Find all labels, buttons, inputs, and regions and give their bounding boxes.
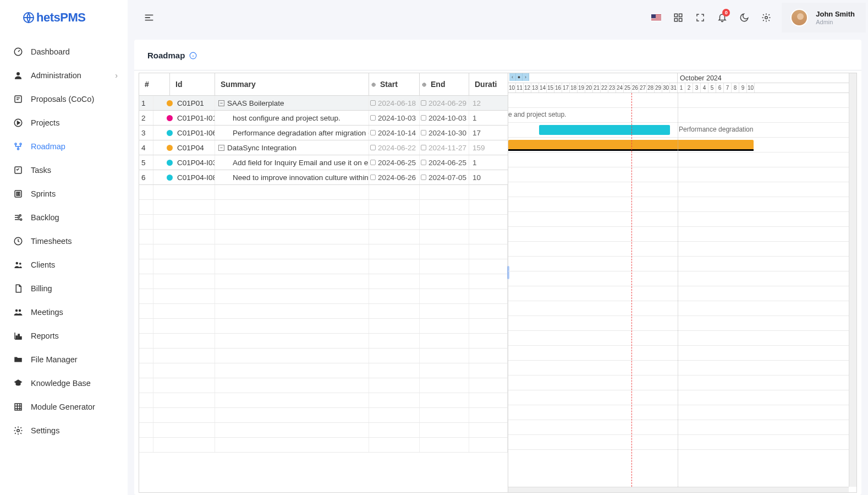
sidebar-item-label: Projects [31,118,59,127]
sidebar-item-tasks[interactable]: Tasks [0,158,128,182]
empty-row [139,230,508,244]
column-header-id[interactable]: Id [170,73,215,95]
status-dot [167,115,173,121]
table-row[interactable]: 3C01P01-I06Performance degradation after… [139,126,508,140]
checkbox-icon[interactable] [421,130,426,135]
checkbox-icon[interactable] [421,115,426,121]
sidebar-item-label: Reports [31,331,59,340]
empty-row [139,304,508,319]
gantt-next-button[interactable]: › [523,73,529,81]
language-button[interactable] [645,7,667,29]
today-line [631,93,632,487]
svg-rect-21 [18,334,19,339]
table-row[interactable]: 5C01P04-I03Add field for Inquiry Email a… [139,155,508,170]
column-header-start[interactable]: ⊕Start [369,73,420,95]
gantt-row [508,435,856,450]
empty-row [139,200,508,215]
topbar: 0 John Smith Admin [128,0,868,35]
clock-icon [13,236,23,246]
row-id: C01P01-I06 [153,126,215,140]
arrow-icon: ⊕ [422,81,427,87]
collapse-icon[interactable]: − [218,145,224,151]
info-icon[interactable] [189,52,197,59]
logo[interactable]: hetsPMS [0,0,128,35]
table-row[interactable]: 6C01P04-I08Need to improve innovation cu… [139,170,508,185]
gantt-bar[interactable] [539,125,670,135]
checkbox-icon[interactable] [421,145,426,150]
sidebar-item-module-generator[interactable]: Module Generator [0,395,128,418]
column-header-duration[interactable]: Durati [469,73,508,95]
day-cell: 30 [662,83,670,93]
checkbox-icon[interactable] [370,115,376,121]
column-header-summary[interactable]: Summary [215,73,369,95]
column-header-end[interactable]: ⊕End [420,73,469,95]
sidebar-item-timesheets[interactable]: Timesheets [0,229,128,253]
theme-button[interactable] [733,7,755,29]
svg-rect-8 [15,167,21,173]
sidebar-item-settings[interactable]: Settings [0,418,128,442]
checkbox-icon[interactable] [370,100,376,106]
sidebar-item-dashboard[interactable]: Dashboard [0,40,128,63]
checkbox-icon[interactable] [370,175,376,180]
sidebar-item-projects[interactable]: Projects [0,111,128,134]
checkbox-icon[interactable] [421,160,426,165]
sidebar-item-administration[interactable]: Administration› [0,63,128,87]
gantt-row [508,182,856,197]
apps-button[interactable] [667,7,689,29]
column-header-number[interactable]: # [139,73,170,95]
svg-point-12 [19,214,21,216]
sidebar-item-label: Dashboard [31,47,70,56]
row-id: C01P01-I01 [153,111,215,125]
user-menu[interactable]: John Smith Admin [782,3,866,32]
day-cell: 28 [647,83,655,93]
gantt-prev-button[interactable]: ‹ [509,73,516,81]
sidebar-item-label: Backlog [31,213,59,222]
sidebar-item-label: Administration [31,71,81,80]
sidebar-item-billing[interactable]: Billing [0,276,128,300]
checkbox-icon[interactable] [370,130,376,135]
gantt-row [508,331,856,346]
table-row[interactable]: 1C01P01−SAAS Boilerplate2024-06-182024-0… [139,96,508,111]
content: Roadmap # Id Summary ⊕Start ⊕End Durati … [134,40,861,495]
vertical-scrollbar[interactable] [849,73,856,487]
sidebar-item-file-manager[interactable]: File Manager [0,347,128,371]
notifications-button[interactable]: 0 [711,7,733,29]
main: 0 John Smith Admin Roadmap [128,0,868,495]
circle-play-icon [13,118,23,128]
fullscreen-button[interactable] [689,7,711,29]
table-row[interactable]: 4C01P04−DataSync Integration2024-06-2220… [139,140,508,155]
row-number: 6 [139,170,153,184]
status-dot [167,175,173,181]
checkbox-icon[interactable] [421,175,426,180]
gantt-bar[interactable] [508,140,754,150]
gantt-today-button[interactable]: ● [516,73,523,81]
gantt-row [508,227,856,242]
row-start: 2024-06-25 [369,155,420,170]
horizontal-scrollbar[interactable] [508,487,849,492]
bar-label: e and project setup. [508,111,566,118]
menu-toggle-button[interactable] [143,12,155,24]
checkbox-icon[interactable] [370,160,376,165]
checkbox-icon[interactable] [370,145,376,150]
table-row[interactable]: 2C01P01-I01host configure and project se… [139,111,508,126]
sidebar-item-knowledge-base[interactable]: Knowledge Base [0,371,128,395]
collapse-icon[interactable]: − [218,100,224,106]
sidebar-item-roadmap[interactable]: Roadmap [0,134,128,158]
sidebar-item-meetings[interactable]: Meetings [0,300,128,324]
sidebar: hetsPMS Dashboard Administration› Propos… [0,0,128,495]
settings-button[interactable] [755,7,777,29]
sidebar-item-proposals[interactable]: Proposals (CoCo) [0,87,128,111]
row-summary: host configure and project setup. [215,111,369,125]
checkbox-icon[interactable] [421,100,426,106]
sidebar-item-reports[interactable]: Reports [0,324,128,347]
sidebar-item-sprints[interactable]: Sprints [0,182,128,205]
sidebar-item-label: Clients [31,260,55,269]
gantt-row [508,167,856,182]
sidebar-item-label: Knowledge Base [31,379,91,388]
sidebar-item-clients[interactable]: Clients [0,253,128,276]
sidebar-item-backlog[interactable]: Backlog [0,205,128,229]
gantt-row [508,242,856,257]
day-cell: 5 [708,83,716,93]
day-cell: 8 [732,83,739,93]
gantt-nav: ‹ ● › [509,73,529,81]
